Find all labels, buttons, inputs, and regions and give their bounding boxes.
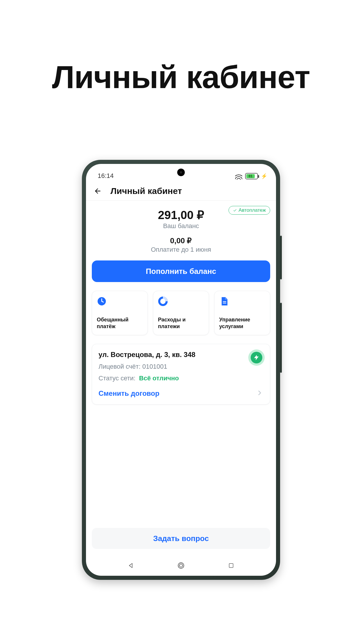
top-up-button[interactable]: Пополнить баланс [92,260,270,282]
clock-icon [97,296,107,307]
system-nav [86,555,276,576]
side-button [280,236,282,279]
square-icon [228,563,234,568]
balance-block: Автоплатеж 291,00 ₽ Ваш баланс 0,00 ₽ Оп… [92,205,270,282]
hero-title: Личный кабинет [0,58,362,95]
tile-promised-payment[interactable]: Обещанный платёж [92,291,148,335]
charging-icon: ⚡ [261,173,267,179]
status-time: 16:14 [98,172,114,180]
account-number-label: Лицевой счёт: [99,363,140,370]
svg-point-4 [178,563,184,568]
tile-services[interactable]: Управление услугами [214,291,270,335]
page-title: Личный кабинет [110,186,182,196]
svg-point-5 [180,564,183,567]
donut-chart-icon [158,296,168,307]
front-camera [177,169,185,176]
svg-rect-6 [229,564,233,567]
wifi-icon [235,173,242,180]
network-status-label: Статус сети: [99,374,136,382]
phone-frame: 16:14 81 ⚡ Личный кабинет [82,160,280,580]
tile-label: Обещанный платёж [97,316,143,330]
autopay-label: Автоплатеж [239,207,266,213]
tile-label: Управление услугами [219,316,265,330]
action-tiles: Обещанный платёж Расходы и платежи [92,291,270,335]
bolt-icon [251,352,262,363]
change-contract-row[interactable]: Сменить договор [99,389,263,398]
circle-icon [177,562,185,569]
phone-screen: 16:14 81 ⚡ Личный кабинет [86,164,276,576]
network-status-icon [248,349,265,366]
tile-label: Расходы и платежи [158,316,204,330]
network-status-line: Статус сети: Всё отлично [99,374,263,382]
autopay-badge[interactable]: Автоплатеж [229,206,270,215]
svg-rect-3 [223,303,226,303]
nav-home-button[interactable] [176,560,186,571]
triangle-left-icon [128,562,134,569]
battery-icon: 81 [245,173,258,179]
back-button[interactable] [92,185,103,197]
account-address: ул. Вострецова, д. 3, кв. 348 [99,351,263,359]
due-amount: 0,00 ₽ [92,236,270,245]
network-status-value: Всё отлично [139,374,179,382]
arrow-left-icon [94,187,102,195]
ask-question-button[interactable]: Задать вопрос [92,528,270,549]
nav-back-button[interactable] [126,560,136,571]
app-header: Личный кабинет [86,181,276,201]
content: Автоплатеж 291,00 ₽ Ваш баланс 0,00 ₽ Оп… [86,201,276,528]
tile-expenses[interactable]: Расходы и платежи [153,291,209,335]
account-card: ул. Вострецова, д. 3, кв. 348 Лицевой сч… [92,344,270,405]
document-icon [219,296,230,307]
battery-level: 81 [246,174,255,178]
check-icon [233,208,237,212]
balance-label: Ваш баланс [92,222,270,230]
chevron-right-icon [256,389,263,398]
nav-recents-button[interactable] [226,560,236,571]
due-label: Оплатите до 1 июня [92,246,270,253]
account-number-value: 0101001 [142,363,167,370]
change-contract-link: Сменить договор [99,389,159,398]
account-number-line: Лицевой счёт: 0101001 [99,363,263,370]
svg-rect-2 [223,301,226,302]
side-button [280,303,282,373]
